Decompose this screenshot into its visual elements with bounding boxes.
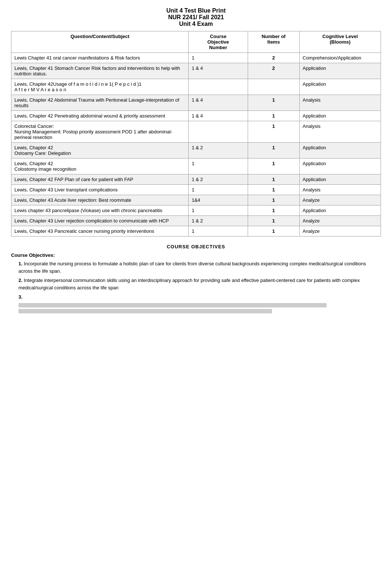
cognitive-cell: Application: [299, 174, 381, 185]
objectives-title: Course Objectives:: [11, 252, 381, 258]
cognitive-cell: Analyze: [299, 195, 381, 205]
col-header-course: CourseObjectiveNumber: [189, 31, 248, 53]
number-cell: 1: [248, 216, 299, 226]
cognitive-cell: Analysis: [299, 185, 381, 195]
number-cell: 2: [248, 63, 299, 79]
number-cell: 1: [248, 185, 299, 195]
col-header-cognitive: Cognitive Level(Blooms): [299, 31, 381, 53]
objective-item: 3.: [18, 293, 381, 313]
course-cell: 1 & 4: [189, 111, 248, 121]
question-cell: Lewis, Chapter 41 Stomach Cancer Risk fa…: [11, 63, 189, 79]
question-cell: Lewis, Chapter 43 Acute liver rejection:…: [11, 195, 189, 205]
number-cell: 1: [248, 143, 299, 159]
table-row: Lewis, Chapter 42Ostoamy Care: Delegatio…: [11, 143, 381, 159]
course-cell: 1 & 2: [189, 216, 248, 226]
number-cell: 2: [248, 53, 299, 63]
question-cell: Lewis chapter 43 pancrelipase (Viokase) …: [11, 205, 189, 216]
title-line3: Unit 4 Exam: [11, 21, 381, 27]
table-row: Lewis, Chapter 42 Abdominal Trauma with …: [11, 95, 381, 111]
number-cell: 1: [248, 111, 299, 121]
cognitive-cell: Application: [299, 205, 381, 216]
question-cell: Lewis, Chapter 42Colostomy image recogni…: [11, 159, 189, 174]
question-cell: Colorectal Cancer:Nursing Management: Po…: [11, 121, 189, 143]
question-cell: Lewis, Chapter 43 Liver rejection compli…: [11, 216, 189, 226]
question-cell: Lewis, Chapter 42 FAP Plan of care for p…: [11, 174, 189, 185]
cognitive-cell: Analysis: [299, 121, 381, 143]
table-row: Lewis, Chapter 42Usage of f a m o t i d …: [11, 79, 381, 95]
table-row: Lewis, Chapter 43 Liver rejection compli…: [11, 216, 381, 226]
table-row: Lewis, Chapter 41 Stomach Cancer Risk fa…: [11, 63, 381, 79]
number-cell: 1: [248, 226, 299, 237]
objective-num: 3.: [18, 294, 23, 300]
number-cell: 1: [248, 95, 299, 111]
table-row: Lewis, Chapter 42 FAP Plan of care for p…: [11, 174, 381, 185]
cognitive-cell: Application: [299, 79, 381, 95]
course-cell: 1 & 2: [189, 143, 248, 159]
redacted-line: [18, 303, 327, 307]
objective-item: 2. Integrate interpersonal communication…: [18, 277, 381, 291]
cognitive-cell: Application: [299, 111, 381, 121]
objective-text: Integrate interpersonal communication sk…: [18, 278, 360, 290]
course-cell: 1: [189, 159, 248, 174]
question-cell: Lewis, Chapter 42Usage of f a m o t i d …: [11, 79, 189, 95]
table-row: Lewis, Chapter 43 Pancreatic cancer nurs…: [11, 226, 381, 237]
objectives-list: 1. Incorporate the nursing process to fo…: [11, 260, 381, 313]
question-cell: Lewis, Chapter 43 Liver transplant compl…: [11, 185, 189, 195]
objective-num: 2.: [18, 278, 23, 283]
table-row: Lewis, Chapter 43 Liver transplant compl…: [11, 185, 381, 195]
cognitive-cell: Application: [299, 159, 381, 174]
question-cell: Lewis, Chapter 42 Penetrating abdominal …: [11, 111, 189, 121]
col-header-number: Number ofItems: [248, 31, 299, 53]
objective-text: Incorporate the nursing process to formu…: [18, 261, 366, 274]
table-row: Lewis, Chapter 42 Penetrating abdominal …: [11, 111, 381, 121]
course-cell: 1: [189, 53, 248, 63]
cognitive-cell: Analyze: [299, 226, 381, 237]
blueprint-table: Question/Content/Subject CourseObjective…: [11, 31, 381, 237]
course-cell: 1&4: [189, 195, 248, 205]
cognitive-cell: Application: [299, 143, 381, 159]
course-cell: 1 & 2: [189, 174, 248, 185]
course-objectives-header: COURSE OBJECTIVES: [11, 244, 381, 249]
number-cell: 1: [248, 159, 299, 174]
title-line1: Unit 4 Test Blue Print: [11, 7, 381, 14]
course-cell: 1: [189, 185, 248, 195]
table-row: Colorectal Cancer:Nursing Management: Po…: [11, 121, 381, 143]
table-row: Lewis, Chapter 42Colostomy image recogni…: [11, 159, 381, 174]
objective-item: 1. Incorporate the nursing process to fo…: [18, 260, 381, 275]
question-cell: Lewis Chapter 41 oral cancer manifestati…: [11, 53, 189, 63]
course-cell: 1: [189, 226, 248, 237]
cognitive-cell: Application: [299, 63, 381, 79]
col-header-question: Question/Content/Subject: [11, 31, 189, 53]
cognitive-cell: Comprehension/Application: [299, 53, 381, 63]
table-row: Lewis, Chapter 43 Acute liver rejection:…: [11, 195, 381, 205]
cognitive-cell: Analyze: [299, 216, 381, 226]
course-cell: 1: [189, 205, 248, 216]
title-line2: NUR 2241/ Fall 2021: [11, 14, 381, 21]
number-cell: [248, 79, 299, 95]
course-cell: [189, 79, 248, 95]
page-header: Unit 4 Test Blue Print NUR 2241/ Fall 20…: [11, 7, 381, 27]
question-cell: Lewis, Chapter 43 Pancreatic cancer nurs…: [11, 226, 189, 237]
table-row: Lewis Chapter 41 oral cancer manifestati…: [11, 53, 381, 63]
objective-num: 1.: [18, 261, 23, 266]
redacted-block: [18, 303, 381, 313]
course-cell: 1 & 4: [189, 95, 248, 111]
number-cell: 1: [248, 121, 299, 143]
course-cell: 1 & 4: [189, 63, 248, 79]
table-row: Lewis chapter 43 pancrelipase (Viokase) …: [11, 205, 381, 216]
cognitive-cell: Analysis: [299, 95, 381, 111]
question-cell: Lewis, Chapter 42Ostoamy Care: Delegatio…: [11, 143, 189, 159]
course-cell: [189, 121, 248, 143]
number-cell: 1: [248, 195, 299, 205]
redacted-line: [18, 309, 272, 313]
number-cell: 1: [248, 205, 299, 216]
objectives-section: COURSE OBJECTIVES Course Objectives: 1. …: [11, 244, 381, 313]
number-cell: 1: [248, 174, 299, 185]
question-cell: Lewis, Chapter 42 Abdominal Trauma with …: [11, 95, 189, 111]
